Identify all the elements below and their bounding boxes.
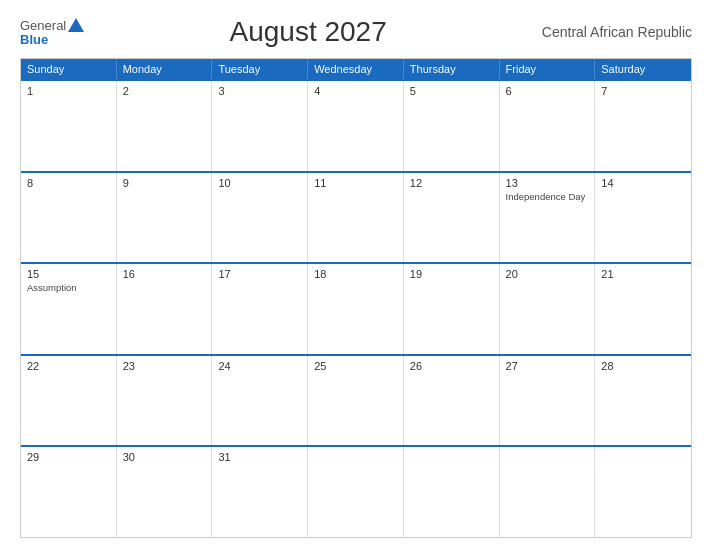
logo-blue: Blue (20, 32, 48, 47)
day-cell-w3-d2: 16 (117, 264, 213, 354)
day-number: 1 (27, 85, 110, 97)
week-1: 1234567 (21, 79, 691, 171)
day-number: 12 (410, 177, 493, 189)
day-number: 4 (314, 85, 397, 97)
day-number: 8 (27, 177, 110, 189)
day-number: 21 (601, 268, 685, 280)
day-cell-w5-d4 (308, 447, 404, 537)
day-number: 14 (601, 177, 685, 189)
day-cell-w4-d2: 23 (117, 356, 213, 446)
day-number: 17 (218, 268, 301, 280)
day-cell-w5-d2: 30 (117, 447, 213, 537)
day-number: 9 (123, 177, 206, 189)
day-cell-w4-d6: 27 (500, 356, 596, 446)
header-tuesday: Tuesday (212, 59, 308, 79)
day-cell-w1-d7: 7 (595, 81, 691, 171)
day-number: 24 (218, 360, 301, 372)
day-cell-w2-d7: 14 (595, 173, 691, 263)
header: General Blue August 2027 Central African… (20, 16, 692, 48)
day-number: 30 (123, 451, 206, 463)
logo-triangle-icon (68, 18, 84, 32)
day-event: Independence Day (506, 191, 589, 203)
day-event: Assumption (27, 282, 110, 294)
day-headers-row: Sunday Monday Tuesday Wednesday Thursday… (21, 59, 691, 79)
day-cell-w3-d6: 20 (500, 264, 596, 354)
day-cell-w2-d3: 10 (212, 173, 308, 263)
day-number: 27 (506, 360, 589, 372)
day-number: 6 (506, 85, 589, 97)
week-5: 293031 (21, 445, 691, 537)
day-cell-w5-d7 (595, 447, 691, 537)
calendar-grid: Sunday Monday Tuesday Wednesday Thursday… (20, 58, 692, 538)
day-cell-w5-d5 (404, 447, 500, 537)
day-cell-w4-d3: 24 (212, 356, 308, 446)
day-cell-w2-d1: 8 (21, 173, 117, 263)
day-number: 15 (27, 268, 110, 280)
day-cell-w4-d5: 26 (404, 356, 500, 446)
day-number: 18 (314, 268, 397, 280)
day-cell-w3-d1: 15Assumption (21, 264, 117, 354)
day-cell-w3-d4: 18 (308, 264, 404, 354)
week-2: 8910111213Independence Day14 (21, 171, 691, 263)
day-cell-w5-d3: 31 (212, 447, 308, 537)
header-friday: Friday (500, 59, 596, 79)
header-wednesday: Wednesday (308, 59, 404, 79)
day-number: 11 (314, 177, 397, 189)
day-number: 26 (410, 360, 493, 372)
day-number: 20 (506, 268, 589, 280)
day-number: 7 (601, 85, 685, 97)
day-cell-w4-d1: 22 (21, 356, 117, 446)
day-cell-w3-d3: 17 (212, 264, 308, 354)
header-saturday: Saturday (595, 59, 691, 79)
logo: General Blue (20, 18, 84, 47)
weeks-container: 12345678910111213Independence Day1415Ass… (21, 79, 691, 537)
month-title: August 2027 (84, 16, 532, 48)
day-cell-w1-d4: 4 (308, 81, 404, 171)
country-name: Central African Republic (532, 24, 692, 40)
day-cell-w5-d1: 29 (21, 447, 117, 537)
week-4: 22232425262728 (21, 354, 691, 446)
day-number: 5 (410, 85, 493, 97)
day-number: 13 (506, 177, 589, 189)
day-cell-w1-d3: 3 (212, 81, 308, 171)
day-number: 25 (314, 360, 397, 372)
day-number: 28 (601, 360, 685, 372)
header-sunday: Sunday (21, 59, 117, 79)
day-cell-w2-d6: 13Independence Day (500, 173, 596, 263)
header-thursday: Thursday (404, 59, 500, 79)
day-cell-w4-d4: 25 (308, 356, 404, 446)
week-3: 15Assumption161718192021 (21, 262, 691, 354)
calendar-page: General Blue August 2027 Central African… (0, 0, 712, 550)
day-number: 2 (123, 85, 206, 97)
day-cell-w2-d4: 11 (308, 173, 404, 263)
day-cell-w3-d7: 21 (595, 264, 691, 354)
day-number: 23 (123, 360, 206, 372)
day-number: 29 (27, 451, 110, 463)
day-cell-w5-d6 (500, 447, 596, 537)
day-number: 10 (218, 177, 301, 189)
day-cell-w2-d5: 12 (404, 173, 500, 263)
day-cell-w3-d5: 19 (404, 264, 500, 354)
header-monday: Monday (117, 59, 213, 79)
day-cell-w1-d1: 1 (21, 81, 117, 171)
day-cell-w1-d2: 2 (117, 81, 213, 171)
day-number: 31 (218, 451, 301, 463)
day-number: 3 (218, 85, 301, 97)
day-cell-w2-d2: 9 (117, 173, 213, 263)
day-number: 22 (27, 360, 110, 372)
day-cell-w1-d6: 6 (500, 81, 596, 171)
day-number: 16 (123, 268, 206, 280)
day-cell-w1-d5: 5 (404, 81, 500, 171)
day-cell-w4-d7: 28 (595, 356, 691, 446)
day-number: 19 (410, 268, 493, 280)
